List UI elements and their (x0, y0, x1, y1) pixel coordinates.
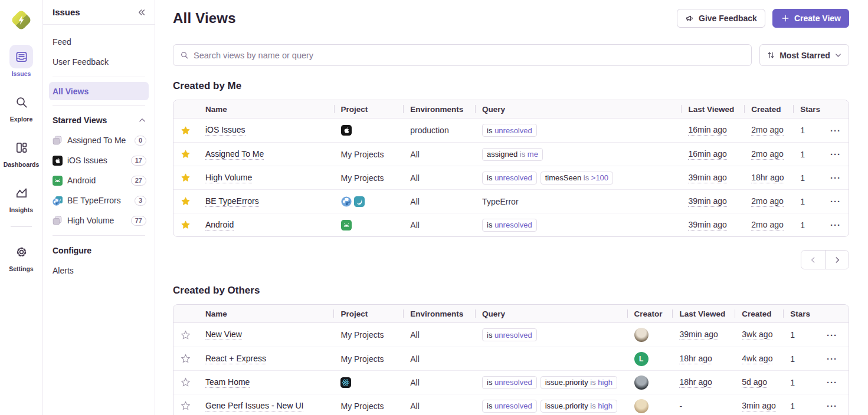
configure-list: Alerts (43, 261, 155, 281)
issue-count-badge: 3 (135, 196, 146, 206)
star-toggle[interactable] (173, 371, 198, 394)
view-name-link[interactable]: Android (205, 220, 234, 230)
view-name-cell: Assigned To Me (198, 143, 334, 166)
project-label: My Projects (340, 401, 384, 411)
environments-cell: All (403, 213, 475, 236)
rail-item-settings[interactable]: Settings (4, 240, 40, 272)
starred-view-item-high-volume[interactable]: High Volume 77 (43, 210, 155, 230)
pagination-next-button[interactable] (825, 251, 849, 269)
view-name-link[interactable]: Assigned To Me (205, 149, 264, 160)
last-viewed-cell: 39min ago (681, 190, 744, 213)
ellipsis-menu-button[interactable]: ··· (827, 171, 844, 185)
starred-view-item-be-typeerrors[interactable]: BE TypeErrors 3 (43, 190, 155, 210)
starred-view-item-ios-issues[interactable]: iOS Issues 17 (43, 150, 155, 170)
view-name-link[interactable]: Gene Perf Issues - New UI (205, 401, 304, 411)
give-feedback-label: Give Feedback (699, 14, 757, 23)
view-name-link[interactable]: BE TypeErrors (205, 196, 259, 207)
column-header-created: Created (744, 100, 793, 118)
created-cell: 2mo ago (744, 190, 793, 213)
view-name-link[interactable]: Team Home (205, 377, 250, 388)
stars-count-cell: 1 (793, 213, 823, 236)
environments-cell: All (403, 323, 475, 347)
starred-view-label: Assigned To Me (67, 136, 130, 145)
sidebar-item-all-views[interactable]: All Views (49, 82, 149, 100)
query-chip: assigned is me (482, 148, 543, 161)
rail-item-issues[interactable]: Issues (4, 45, 40, 77)
starred-view-item-android[interactable]: Android 27 (43, 170, 155, 190)
search-icon (9, 90, 33, 114)
star-toggle[interactable] (173, 118, 198, 142)
issue-count-badge: 17 (131, 156, 146, 166)
sidebar-item-feed[interactable]: Feed (43, 32, 155, 52)
ellipsis-menu-button[interactable]: ··· (827, 124, 844, 137)
star-toggle[interactable] (173, 347, 198, 370)
menu-column-header (815, 305, 849, 322)
created-cell: 2mo ago (744, 213, 793, 236)
row-menu-cell: ··· (823, 166, 849, 189)
ellipsis-menu-button[interactable]: ··· (823, 352, 841, 365)
ellipsis-menu-button[interactable]: ··· (823, 399, 841, 413)
star-toggle[interactable] (173, 213, 198, 236)
view-name-cell: BE TypeErrors (198, 190, 334, 213)
sidebar-item-alerts[interactable]: Alerts (43, 261, 155, 281)
configure-heading: Configure (43, 241, 155, 261)
sentry-logo-icon[interactable] (8, 7, 34, 33)
row-menu-cell: ··· (815, 323, 849, 347)
sort-dropdown[interactable]: Most Starred (759, 44, 849, 66)
search-input[interactable] (194, 51, 745, 60)
query-chip: is unresolved (482, 328, 537, 341)
divider (53, 105, 145, 106)
pagination-prev-button[interactable] (801, 251, 825, 269)
rail-item-label: Issues (12, 70, 31, 77)
project-cell: My Projects (333, 323, 403, 347)
star-toggle[interactable] (173, 143, 198, 166)
star-toggle[interactable] (173, 394, 198, 415)
rail-item-label: Dashboards (4, 161, 40, 168)
view-name-link[interactable]: High Volume (205, 173, 252, 183)
starred-view-item-assigned-to-me[interactable]: Assigned To Me 0 (43, 130, 155, 150)
chevron-left-icon (809, 256, 817, 264)
ellipsis-menu-button[interactable]: ··· (827, 147, 844, 161)
star-column-header (173, 100, 198, 118)
starred-view-label: iOS Issues (67, 156, 126, 165)
rail-item-dashboards[interactable]: Dashboards (4, 136, 40, 168)
star-toggle[interactable] (173, 323, 198, 347)
view-name-link[interactable]: New View (205, 330, 242, 340)
creator-cell: L (627, 347, 673, 370)
table-row: Assigned To MeMy ProjectsAllassigned is … (173, 142, 849, 166)
view-name-link[interactable]: iOS Issues (205, 125, 245, 136)
star-toggle[interactable] (173, 190, 198, 213)
page-header: All Views Give Feedback Create View (173, 9, 849, 28)
query-cell (475, 347, 627, 370)
query-cell: is unresolvedissue.priority is high (475, 371, 627, 394)
sidebar-top-items: FeedUser Feedback (43, 32, 155, 72)
double-chevron-left-icon[interactable] (137, 8, 146, 17)
environments-cell: All (403, 371, 475, 394)
environments-cell: All (403, 166, 475, 189)
last-viewed-cell: 16min ago (681, 118, 744, 142)
view-name-link[interactable]: React + Express (205, 354, 266, 364)
nav-rail-items: Issues Explore Dashboards Insights Setti… (4, 45, 40, 285)
ellipsis-menu-button[interactable]: ··· (823, 376, 841, 389)
query-cell: is unresolved (475, 213, 681, 236)
rail-item-explore[interactable]: Explore (4, 90, 40, 123)
create-view-button[interactable]: Create View (772, 9, 849, 28)
ellipsis-menu-button[interactable]: ··· (827, 195, 844, 208)
issue-count-badge: 0 (135, 136, 146, 146)
give-feedback-button[interactable]: Give Feedback (677, 9, 765, 28)
view-name-cell: Team Home (198, 371, 334, 394)
sidebar-item-user-feedback[interactable]: User Feedback (43, 52, 155, 72)
rail-item-label: Settings (9, 265, 33, 272)
column-header-last-viewed: Last Viewed (681, 100, 744, 118)
ellipsis-menu-button[interactable]: ··· (827, 218, 844, 232)
ellipsis-menu-button[interactable]: ··· (823, 328, 841, 342)
chevron-up-icon[interactable] (138, 116, 146, 124)
query-cell: is unresolved (475, 323, 627, 347)
table-row: New ViewMy ProjectsAllis unresolved39min… (173, 323, 849, 347)
view-name-cell: iOS Issues (198, 118, 334, 142)
rail-item-insights[interactable]: Insights (4, 181, 40, 213)
star-toggle[interactable] (173, 166, 198, 189)
sidebar-body: FeedUser Feedback All Views Starred View… (43, 25, 155, 281)
stars-count-cell: 1 (793, 166, 823, 189)
environments-cell: All (403, 143, 475, 166)
